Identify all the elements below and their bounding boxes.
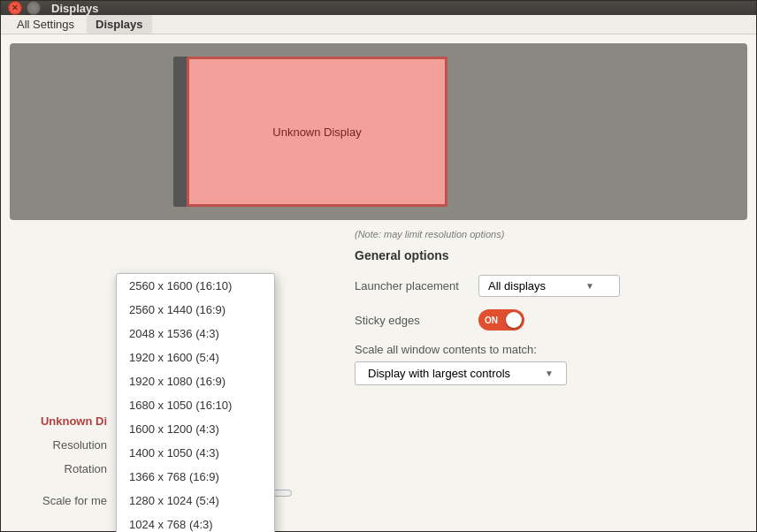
content-area: Unknown Display 2560 x 1600 (16:10) 2560… — [1, 34, 756, 532]
resolution-item-8[interactable]: 1366 x 768 (16:9) — [117, 465, 274, 489]
resolution-item-2[interactable]: 2048 x 1536 (4:3) — [117, 322, 274, 346]
resolution-item-1[interactable]: 2560 x 1440 (16:9) — [117, 298, 274, 322]
note-text: (Note: may limit resolution options) — [355, 229, 747, 239]
display-monitor-label: Unknown Display — [272, 125, 361, 139]
resolution-item-3[interactable]: 1920 x 1600 (5:4) — [117, 346, 274, 369]
sticky-edges-toggle[interactable]: ON — [478, 309, 524, 331]
titlebar-buttons: ✕ — [8, 1, 41, 15]
general-options-title: General options — [355, 248, 747, 262]
all-settings-button[interactable]: All Settings — [8, 15, 83, 34]
displays-button[interactable]: Displays — [87, 15, 151, 34]
display-name-label: Unknown Di — [10, 414, 107, 428]
scale-label: Scale for me — [10, 494, 107, 507]
scale-all-row: Scale all window contents to match: Disp… — [355, 343, 747, 385]
toggle-on-label: ON — [485, 315, 498, 325]
sticky-edges-label: Sticky edges — [355, 314, 470, 327]
rotation-label: Rotation — [10, 462, 107, 475]
launcher-placement-value: All displays — [488, 279, 546, 293]
scale-all-label: Scale all window contents to match: — [355, 343, 747, 356]
main-panel: 2560 x 1600 (16:10) 2560 x 1440 (16:9) 2… — [10, 229, 747, 525]
resolution-item-9[interactable]: 1280 x 1024 (5:4) — [117, 489, 274, 513]
sticky-edges-row: Sticky edges ON — [355, 309, 747, 331]
minimize-button[interactable] — [27, 1, 41, 15]
titlebar: ✕ Displays — [1, 1, 756, 15]
toggle-knob — [506, 312, 522, 328]
launcher-dropdown-arrow-icon: ▼ — [585, 281, 594, 291]
launcher-placement-dropdown[interactable]: All displays ▼ — [478, 275, 620, 297]
launcher-placement-row: Launcher placement All displays ▼ — [355, 275, 747, 297]
launcher-placement-label: Launcher placement — [355, 279, 470, 293]
window-title: Displays — [51, 2, 98, 15]
display-largest-value: Display with largest controls — [368, 367, 510, 380]
resolution-item-10[interactable]: 1024 x 768 (4:3) — [117, 513, 274, 532]
resolution-item-6[interactable]: 1600 x 1200 (4:3) — [117, 417, 274, 441]
resolution-item-7[interactable]: 1400 x 1050 (4:3) — [117, 441, 274, 465]
resolution-dropdown: 2560 x 1600 (16:10) 2560 x 1440 (16:9) 2… — [116, 273, 275, 532]
close-button[interactable]: ✕ — [8, 1, 22, 15]
menubar: All Settings Displays — [1, 15, 756, 34]
display-largest-dropdown[interactable]: Display with largest controls ▼ — [355, 361, 567, 385]
display-monitor[interactable]: Unknown Display — [187, 57, 447, 207]
resolution-label: Resolution — [10, 438, 107, 452]
display-canvas: Unknown Display — [10, 43, 747, 220]
close-icon: ✕ — [11, 4, 19, 12]
resolution-item-4[interactable]: 1920 x 1080 (16:9) — [117, 369, 274, 393]
resolution-item-5[interactable]: 1680 x 1050 (16:10) — [117, 393, 274, 417]
left-panel: 2560 x 1600 (16:10) 2560 x 1440 (16:9) 2… — [10, 229, 337, 525]
window: ✕ Displays All Settings Displays Unknown… — [0, 0, 757, 532]
resolution-item-0[interactable]: 2560 x 1600 (16:10) — [117, 274, 274, 298]
display-largest-arrow-icon: ▼ — [545, 369, 554, 378]
right-panel: (Note: may limit resolution options) Gen… — [355, 229, 747, 525]
